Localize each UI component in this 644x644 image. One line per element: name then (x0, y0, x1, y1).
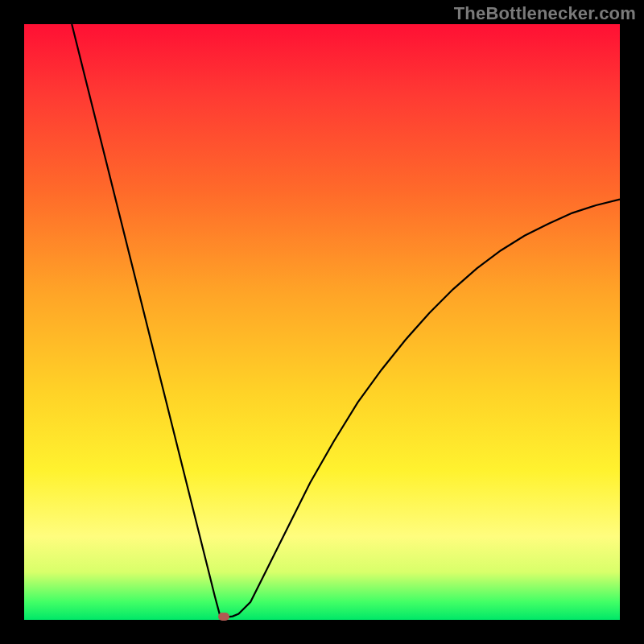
chart-frame: TheBottlenecker.com (0, 0, 644, 644)
curve-path (72, 24, 620, 617)
plot-area (24, 24, 620, 620)
watermark-text: TheBottlenecker.com (454, 3, 636, 24)
bottleneck-curve (24, 24, 620, 620)
minimum-marker (218, 613, 229, 621)
